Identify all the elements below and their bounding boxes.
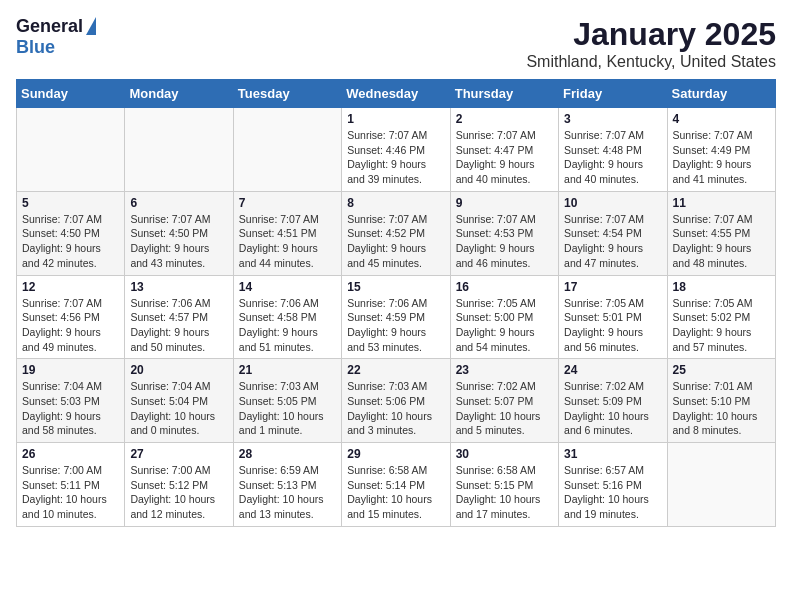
day-number: 3 [564, 112, 661, 126]
day-info: Sunrise: 7:07 AMSunset: 4:55 PMDaylight:… [673, 212, 770, 271]
day-info: Sunrise: 7:07 AMSunset: 4:49 PMDaylight:… [673, 128, 770, 187]
day-info: Sunrise: 7:02 AMSunset: 5:07 PMDaylight:… [456, 379, 553, 438]
day-number: 7 [239, 196, 336, 210]
day-info: Sunrise: 7:07 AMSunset: 4:46 PMDaylight:… [347, 128, 444, 187]
day-info: Sunrise: 6:58 AMSunset: 5:15 PMDaylight:… [456, 463, 553, 522]
day-number: 26 [22, 447, 119, 461]
calendar-week-row: 19Sunrise: 7:04 AMSunset: 5:03 PMDayligh… [17, 359, 776, 443]
day-info: Sunrise: 7:01 AMSunset: 5:10 PMDaylight:… [673, 379, 770, 438]
day-number: 16 [456, 280, 553, 294]
calendar-cell: 24Sunrise: 7:02 AMSunset: 5:09 PMDayligh… [559, 359, 667, 443]
calendar-cell: 6Sunrise: 7:07 AMSunset: 4:50 PMDaylight… [125, 191, 233, 275]
calendar-cell: 8Sunrise: 7:07 AMSunset: 4:52 PMDaylight… [342, 191, 450, 275]
day-info: Sunrise: 6:58 AMSunset: 5:14 PMDaylight:… [347, 463, 444, 522]
day-info: Sunrise: 6:57 AMSunset: 5:16 PMDaylight:… [564, 463, 661, 522]
day-info: Sunrise: 7:05 AMSunset: 5:01 PMDaylight:… [564, 296, 661, 355]
day-of-week-header: Friday [559, 80, 667, 108]
logo-arrow-icon [86, 17, 96, 35]
day-info: Sunrise: 6:59 AMSunset: 5:13 PMDaylight:… [239, 463, 336, 522]
day-info: Sunrise: 7:03 AMSunset: 5:06 PMDaylight:… [347, 379, 444, 438]
calendar-cell: 2Sunrise: 7:07 AMSunset: 4:47 PMDaylight… [450, 108, 558, 192]
day-of-week-header: Monday [125, 80, 233, 108]
calendar-cell [125, 108, 233, 192]
day-info: Sunrise: 7:07 AMSunset: 4:50 PMDaylight:… [130, 212, 227, 271]
day-number: 9 [456, 196, 553, 210]
calendar-week-row: 26Sunrise: 7:00 AMSunset: 5:11 PMDayligh… [17, 443, 776, 527]
calendar-cell: 27Sunrise: 7:00 AMSunset: 5:12 PMDayligh… [125, 443, 233, 527]
calendar-cell: 22Sunrise: 7:03 AMSunset: 5:06 PMDayligh… [342, 359, 450, 443]
calendar-week-row: 5Sunrise: 7:07 AMSunset: 4:50 PMDaylight… [17, 191, 776, 275]
logo-general-text: General [16, 16, 83, 37]
day-info: Sunrise: 7:07 AMSunset: 4:47 PMDaylight:… [456, 128, 553, 187]
day-number: 10 [564, 196, 661, 210]
calendar-cell: 25Sunrise: 7:01 AMSunset: 5:10 PMDayligh… [667, 359, 775, 443]
day-info: Sunrise: 7:05 AMSunset: 5:00 PMDaylight:… [456, 296, 553, 355]
calendar-cell: 19Sunrise: 7:04 AMSunset: 5:03 PMDayligh… [17, 359, 125, 443]
day-info: Sunrise: 7:07 AMSunset: 4:48 PMDaylight:… [564, 128, 661, 187]
day-info: Sunrise: 7:07 AMSunset: 4:52 PMDaylight:… [347, 212, 444, 271]
calendar-cell [233, 108, 341, 192]
calendar-cell: 30Sunrise: 6:58 AMSunset: 5:15 PMDayligh… [450, 443, 558, 527]
calendar-cell [17, 108, 125, 192]
day-number: 2 [456, 112, 553, 126]
page-header: General Blue January 2025 Smithland, Ken… [16, 16, 776, 71]
day-number: 4 [673, 112, 770, 126]
calendar-cell: 23Sunrise: 7:02 AMSunset: 5:07 PMDayligh… [450, 359, 558, 443]
day-info: Sunrise: 7:04 AMSunset: 5:04 PMDaylight:… [130, 379, 227, 438]
day-number: 12 [22, 280, 119, 294]
day-info: Sunrise: 7:07 AMSunset: 4:51 PMDaylight:… [239, 212, 336, 271]
day-info: Sunrise: 7:00 AMSunset: 5:11 PMDaylight:… [22, 463, 119, 522]
calendar-cell: 11Sunrise: 7:07 AMSunset: 4:55 PMDayligh… [667, 191, 775, 275]
day-number: 27 [130, 447, 227, 461]
day-of-week-header: Tuesday [233, 80, 341, 108]
day-number: 11 [673, 196, 770, 210]
calendar-cell: 17Sunrise: 7:05 AMSunset: 5:01 PMDayligh… [559, 275, 667, 359]
day-number: 5 [22, 196, 119, 210]
day-number: 28 [239, 447, 336, 461]
day-number: 29 [347, 447, 444, 461]
day-of-week-header: Sunday [17, 80, 125, 108]
calendar-title: January 2025 [526, 16, 776, 53]
calendar-cell: 5Sunrise: 7:07 AMSunset: 4:50 PMDaylight… [17, 191, 125, 275]
calendar-cell: 14Sunrise: 7:06 AMSunset: 4:58 PMDayligh… [233, 275, 341, 359]
calendar-week-row: 12Sunrise: 7:07 AMSunset: 4:56 PMDayligh… [17, 275, 776, 359]
calendar-cell: 7Sunrise: 7:07 AMSunset: 4:51 PMDaylight… [233, 191, 341, 275]
calendar-cell: 9Sunrise: 7:07 AMSunset: 4:53 PMDaylight… [450, 191, 558, 275]
calendar-cell: 3Sunrise: 7:07 AMSunset: 4:48 PMDaylight… [559, 108, 667, 192]
day-number: 6 [130, 196, 227, 210]
day-info: Sunrise: 7:00 AMSunset: 5:12 PMDaylight:… [130, 463, 227, 522]
logo-blue-line2: Blue [16, 37, 55, 58]
calendar-cell: 29Sunrise: 6:58 AMSunset: 5:14 PMDayligh… [342, 443, 450, 527]
day-number: 18 [673, 280, 770, 294]
day-number: 13 [130, 280, 227, 294]
calendar-cell: 18Sunrise: 7:05 AMSunset: 5:02 PMDayligh… [667, 275, 775, 359]
calendar-cell: 21Sunrise: 7:03 AMSunset: 5:05 PMDayligh… [233, 359, 341, 443]
calendar-cell: 31Sunrise: 6:57 AMSunset: 5:16 PMDayligh… [559, 443, 667, 527]
day-of-week-header: Saturday [667, 80, 775, 108]
day-number: 31 [564, 447, 661, 461]
day-info: Sunrise: 7:05 AMSunset: 5:02 PMDaylight:… [673, 296, 770, 355]
day-number: 14 [239, 280, 336, 294]
calendar-cell: 15Sunrise: 7:06 AMSunset: 4:59 PMDayligh… [342, 275, 450, 359]
day-info: Sunrise: 7:03 AMSunset: 5:05 PMDaylight:… [239, 379, 336, 438]
day-number: 21 [239, 363, 336, 377]
calendar-cell: 4Sunrise: 7:07 AMSunset: 4:49 PMDaylight… [667, 108, 775, 192]
day-info: Sunrise: 7:02 AMSunset: 5:09 PMDaylight:… [564, 379, 661, 438]
calendar-cell: 10Sunrise: 7:07 AMSunset: 4:54 PMDayligh… [559, 191, 667, 275]
day-number: 20 [130, 363, 227, 377]
calendar-cell: 12Sunrise: 7:07 AMSunset: 4:56 PMDayligh… [17, 275, 125, 359]
calendar-week-row: 1Sunrise: 7:07 AMSunset: 4:46 PMDaylight… [17, 108, 776, 192]
day-info: Sunrise: 7:07 AMSunset: 4:50 PMDaylight:… [22, 212, 119, 271]
day-info: Sunrise: 7:06 AMSunset: 4:58 PMDaylight:… [239, 296, 336, 355]
day-of-week-header: Wednesday [342, 80, 450, 108]
day-number: 17 [564, 280, 661, 294]
day-info: Sunrise: 7:07 AMSunset: 4:56 PMDaylight:… [22, 296, 119, 355]
day-number: 22 [347, 363, 444, 377]
day-number: 19 [22, 363, 119, 377]
calendar-table: SundayMondayTuesdayWednesdayThursdayFrid… [16, 79, 776, 527]
day-number: 23 [456, 363, 553, 377]
calendar-cell: 16Sunrise: 7:05 AMSunset: 5:00 PMDayligh… [450, 275, 558, 359]
calendar-cell: 20Sunrise: 7:04 AMSunset: 5:04 PMDayligh… [125, 359, 233, 443]
calendar-subtitle: Smithland, Kentucky, United States [526, 53, 776, 71]
title-area: January 2025 Smithland, Kentucky, United… [526, 16, 776, 71]
